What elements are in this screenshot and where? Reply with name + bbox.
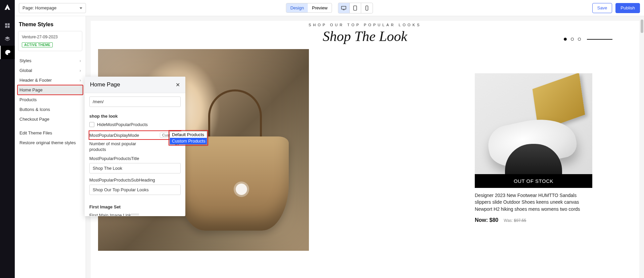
dropdown-option-custom[interactable]: Custom Products <box>170 138 207 144</box>
layers-icon[interactable] <box>0 32 15 46</box>
field-label: MostPopularProductsSubHeading <box>89 177 181 183</box>
field-label: MostPopularDisplayMode <box>89 133 139 138</box>
field-label: Number of most popular products <box>89 141 146 153</box>
sidebar-item-checkout-page[interactable]: Checkout Page <box>17 114 83 124</box>
device-toggle <box>338 3 373 13</box>
display-mode-dropdown: Default Products Custom Products <box>170 131 207 145</box>
right-controls: Save Publish <box>592 3 640 13</box>
settings-body: shop the look HideMostPopularProducts Mo… <box>85 93 185 216</box>
sidebar-item-label: Buttons & Icons <box>19 107 50 112</box>
url-input[interactable] <box>89 96 181 107</box>
page-selector[interactable]: Page: Homepage <box>19 3 86 13</box>
left-rail <box>0 0 15 278</box>
product-card[interactable]: OUT OF STOCK Designer 2023 New Footwear … <box>475 73 592 223</box>
out-of-stock-badge: OUT OF STOCK <box>475 174 592 188</box>
logo <box>2 2 12 12</box>
section-label: First Image Set <box>89 204 181 209</box>
sidebar-item-home-page[interactable]: Home Page <box>17 85 83 95</box>
num-products-field: Number of most popular products 10 <box>89 139 181 156</box>
price-was: Was: $97.55 <box>504 218 526 223</box>
sidebar-item-global[interactable]: Global› <box>17 66 83 75</box>
svg-rect-2 <box>5 26 7 28</box>
sidebar-item-styles[interactable]: Styles› <box>17 56 83 66</box>
sidebar-item-label: Checkout Page <box>19 117 49 122</box>
palette-icon[interactable] <box>0 46 15 59</box>
sidebar-item-label: Home Page <box>19 87 43 92</box>
hide-products-checkbox[interactable]: HideMostPopularProducts <box>89 122 181 127</box>
sidebar-item-header-footer[interactable]: Header & Footer› <box>17 75 83 85</box>
mode-design[interactable]: Design <box>286 3 308 12</box>
sidebar-item-label: Header & Footer <box>19 78 52 83</box>
chevron-right-icon: › <box>80 78 81 83</box>
sidebar-item-label: Global <box>19 68 32 73</box>
svg-rect-0 <box>5 23 7 25</box>
drag-handle-icon[interactable] <box>131 214 139 215</box>
products-subheading-input[interactable] <box>89 185 181 195</box>
carousel-dots <box>564 38 612 41</box>
mode-preview[interactable]: Preview <box>308 3 331 12</box>
products-title-input[interactable] <box>89 163 181 173</box>
mode-toggle: Design Preview <box>286 3 332 13</box>
product-title: Designer 2023 New Footwear HUMTTO Sandal… <box>475 192 592 212</box>
chevron-right-icon: › <box>80 58 81 63</box>
checkbox-label: HideMostPopularProducts <box>97 122 148 127</box>
settings-panel: Home Page ✕ shop the look HideMostPopula… <box>85 77 185 216</box>
carousel-dot[interactable] <box>564 38 567 41</box>
save-button[interactable]: Save <box>592 3 612 13</box>
hotspot-icon[interactable] <box>236 184 247 195</box>
product-image <box>475 73 592 174</box>
price-row: Now: $80 Was: $97.55 <box>475 217 592 223</box>
close-icon[interactable]: ✕ <box>176 82 180 88</box>
apps-icon[interactable] <box>0 19 15 32</box>
svg-rect-7 <box>366 6 368 10</box>
panel-title: Home Page <box>90 81 120 88</box>
display-mode-field: MostPopularDisplayMode Custom <box>89 131 181 139</box>
hero-subtitle: SHOP OUR TOP POPULAR LOOKS <box>91 21 639 27</box>
theme-name: Venture-27-09-2023 <box>22 35 79 39</box>
top-bar: Page: Homepage Design Preview Save Publi… <box>15 0 644 16</box>
sidebar-title: Theme Styles <box>17 20 83 31</box>
svg-rect-3 <box>8 26 10 28</box>
sidebar-item-label: Products <box>19 97 37 102</box>
sidebar-item-label: Styles <box>19 58 31 63</box>
carousel-line <box>587 39 612 40</box>
price-now: Now: $80 <box>475 217 498 223</box>
restore-theme-link[interactable]: Restore original theme styles <box>17 138 83 148</box>
carousel-dot[interactable] <box>578 38 581 41</box>
carousel-dot[interactable] <box>571 38 574 41</box>
theme-card: Venture-27-09-2023 ACTIVE THEME <box>18 31 82 51</box>
edit-theme-files-link[interactable]: Edit Theme Files <box>17 128 83 138</box>
svg-rect-1 <box>8 23 10 25</box>
device-desktop-icon[interactable] <box>338 3 350 13</box>
active-theme-badge: ACTIVE THEME <box>22 42 53 47</box>
publish-button[interactable]: Publish <box>615 3 640 13</box>
settings-header: Home Page ✕ <box>85 77 185 93</box>
sidebar-item-products[interactable]: Products <box>17 95 83 105</box>
svg-rect-4 <box>341 6 346 9</box>
field-label: MostPopularProductsTitle <box>89 156 181 161</box>
sidebar-item-buttons-icons[interactable]: Buttons & Icons <box>17 105 83 114</box>
checkbox-icon <box>89 122 94 127</box>
svg-rect-6 <box>354 6 357 10</box>
device-tablet-icon[interactable] <box>350 3 361 13</box>
sidebar: Theme Styles Venture-27-09-2023 ACTIVE T… <box>15 16 86 278</box>
hero-title: Shop The Look <box>91 28 639 44</box>
device-mobile-icon[interactable] <box>361 3 372 13</box>
center-controls: Design Preview <box>286 3 373 13</box>
chevron-right-icon: › <box>80 68 81 73</box>
dropdown-option-default[interactable]: Default Products <box>170 131 207 138</box>
section-label: shop the look <box>89 114 181 119</box>
svg-rect-5 <box>343 9 344 10</box>
scrollbar[interactable] <box>641 19 643 33</box>
